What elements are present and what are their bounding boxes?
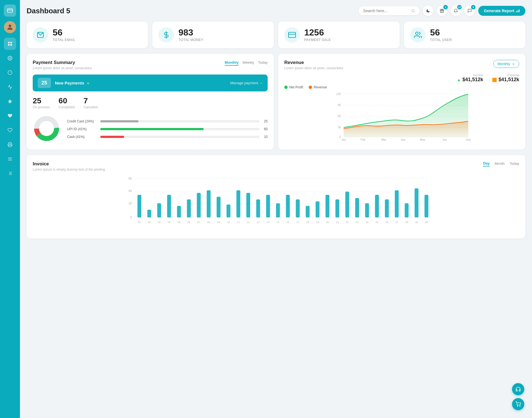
- bar-19[interactable]: [326, 195, 329, 217]
- sidebar-item-settings[interactable]: [4, 52, 16, 64]
- bar-10[interactable]: [236, 190, 240, 217]
- bar-15[interactable]: [286, 195, 290, 217]
- svg-text:25: 25: [375, 221, 378, 224]
- payment-summary-subtitle: Lorem ipsum dolor sit amet, consectetur: [33, 66, 92, 70]
- bell-icon: [454, 9, 458, 13]
- cart-btn[interactable]: [512, 398, 524, 410]
- svg-marker-11: [8, 99, 12, 103]
- notification-btn[interactable]: 12: [451, 6, 461, 16]
- svg-text:May: May: [420, 138, 425, 141]
- bar-2[interactable]: [157, 203, 161, 217]
- bar-21[interactable]: [345, 192, 349, 217]
- income-expense-row: Income ▲ $41,512k Expense 🟧 $41,512k: [284, 73, 519, 83]
- svg-text:09: 09: [217, 221, 220, 224]
- bar-4[interactable]: [177, 206, 181, 217]
- svg-text:30: 30: [338, 126, 341, 129]
- svg-rect-12: [9, 145, 11, 147]
- bar-25[interactable]: [385, 199, 389, 217]
- support-btn[interactable]: [512, 383, 524, 395]
- sidebar-item-favorites[interactable]: [4, 110, 16, 122]
- sidebar-item-list[interactable]: [4, 167, 16, 179]
- bar-26[interactable]: [395, 190, 399, 217]
- sidebar-item-print[interactable]: [4, 139, 16, 151]
- tab-weekly[interactable]: Weekly: [242, 60, 254, 66]
- progress-bar-bg-cash: [100, 136, 259, 138]
- bar-8[interactable]: [217, 197, 221, 217]
- progress-bar-fill-upi: [100, 128, 204, 130]
- svg-rect-4: [11, 42, 12, 43]
- header-controls: 2 12 5 Generate Report: [359, 6, 525, 16]
- svg-text:60: 60: [338, 115, 341, 118]
- metric-onprocess: 25 On process: [33, 96, 50, 109]
- tab-today[interactable]: Today: [258, 60, 268, 66]
- gift-btn[interactable]: 2: [437, 6, 447, 16]
- metric-completed: 60 Completed: [58, 96, 75, 109]
- bar-14[interactable]: [276, 203, 280, 217]
- invoice-tab-day[interactable]: Day: [483, 161, 490, 166]
- bar-11[interactable]: [246, 193, 250, 217]
- bar-6[interactable]: [197, 193, 201, 217]
- bar-7[interactable]: [207, 190, 211, 217]
- bar-12[interactable]: [256, 199, 260, 217]
- svg-text:0: 0: [339, 135, 341, 139]
- sidebar-item-favorites2[interactable]: [4, 124, 16, 136]
- bar-22[interactable]: [355, 198, 359, 217]
- header: Dashboard 5 2 12 5 Generate Repo: [27, 6, 525, 16]
- sidebar-item-menu[interactable]: [4, 153, 16, 165]
- bar-9[interactable]: [227, 204, 231, 217]
- invoice-bar-chart: 60 40 20 0 01020304050607080910111213141…: [33, 176, 519, 232]
- manage-payment-link[interactable]: Manage payment →: [230, 81, 263, 85]
- bar-28[interactable]: [415, 188, 418, 217]
- bar-5[interactable]: [187, 199, 191, 217]
- moon-icon: [426, 9, 430, 13]
- bar-29[interactable]: [424, 195, 428, 217]
- svg-text:40: 40: [129, 189, 132, 193]
- generate-report-button[interactable]: Generate Report: [478, 6, 525, 16]
- svg-rect-27: [518, 10, 518, 12]
- search-box[interactable]: [359, 6, 420, 15]
- chevron-down-icon: [512, 62, 515, 66]
- sidebar-item-dashboard[interactable]: [4, 38, 16, 50]
- svg-rect-31: [288, 32, 296, 38]
- invoice-title: Invoice: [33, 161, 105, 167]
- bar-0[interactable]: [137, 195, 141, 217]
- bar-13[interactable]: [266, 195, 270, 217]
- progress-bar-bg-upi: [100, 128, 259, 130]
- dark-mode-btn[interactable]: [423, 6, 433, 16]
- bar-18[interactable]: [316, 201, 319, 217]
- bar-chart-icon: [516, 9, 520, 13]
- svg-point-93: [520, 406, 520, 407]
- sidebar-item-star[interactable]: [4, 95, 16, 107]
- revenue-subtitle: Lorem ipsum dolor sit amet, consectetur: [284, 66, 343, 70]
- bar-17[interactable]: [306, 206, 310, 217]
- bar-3[interactable]: [167, 195, 171, 217]
- sidebar-logo[interactable]: [4, 4, 16, 17]
- invoice-tab-month[interactable]: Month: [495, 161, 505, 166]
- search-input[interactable]: [363, 9, 409, 13]
- bar-27[interactable]: [405, 203, 409, 217]
- message-btn[interactable]: 5: [464, 6, 475, 16]
- bar-20[interactable]: [335, 199, 339, 217]
- svg-text:Mar: Mar: [381, 138, 386, 141]
- payment-summary-card: Payment Summary Lorem ipsum dolor sit am…: [27, 54, 274, 150]
- income-item: Income ▲ $41,512k: [457, 73, 483, 83]
- user-icon: [410, 27, 426, 43]
- active-dot: [87, 82, 89, 84]
- svg-text:26: 26: [385, 221, 388, 224]
- sidebar-item-info[interactable]: [4, 66, 16, 79]
- tab-monthly[interactable]: Monthly: [225, 60, 239, 66]
- bar-16[interactable]: [296, 199, 300, 217]
- sidebar-item-analytics[interactable]: [4, 81, 16, 93]
- svg-text:04: 04: [168, 221, 170, 224]
- avatar[interactable]: [4, 21, 16, 33]
- bar-1[interactable]: [147, 210, 151, 217]
- bar-24[interactable]: [375, 195, 379, 217]
- headset-icon: [515, 386, 521, 392]
- revenue-title: Revenue: [284, 60, 343, 65]
- svg-text:16: 16: [287, 221, 289, 224]
- invoice-subtitle: Lorem Ipsum is simply dummy text of the …: [33, 168, 105, 171]
- monthly-dropdown[interactable]: Monthly: [493, 60, 519, 68]
- invoice-tab-today[interactable]: Today: [510, 161, 519, 166]
- bar-23[interactable]: [365, 203, 369, 217]
- svg-text:03: 03: [158, 221, 160, 224]
